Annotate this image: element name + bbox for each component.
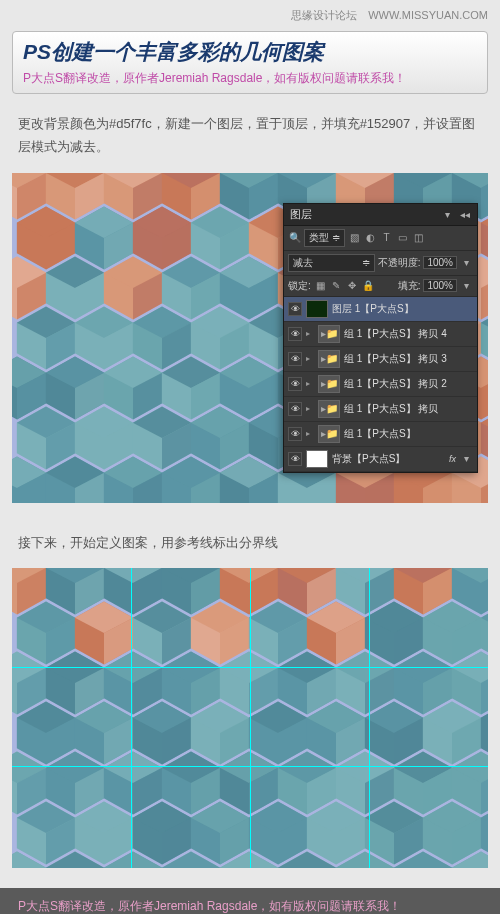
layer-thumbnail[interactable] [306, 300, 328, 318]
layer-row[interactable]: 👁▸▸📁组 1【P大点S】 拷贝 4 [284, 322, 477, 347]
page-title: PS创建一个丰富多彩的几何图案 [23, 38, 477, 66]
visibility-toggle[interactable]: 👁 [288, 352, 302, 366]
layer-row[interactable]: 👁图层 1【P大点S】 [284, 297, 477, 322]
visibility-toggle[interactable]: 👁 [288, 377, 302, 391]
layer-name[interactable]: 组 1【P大点S】 [344, 427, 416, 441]
expand-icon[interactable]: ▸ [306, 354, 314, 363]
expand-icon[interactable]: ▸ [306, 379, 314, 388]
layers-panel[interactable]: 图层 ▾ ◂◂ 🔍 类型 ≑ ▧ ◐ T ▭ ◫ 减去≑ 不透明度: 100% … [283, 203, 478, 473]
blend-mode-select[interactable]: 减去≑ [288, 254, 375, 272]
visibility-toggle[interactable]: 👁 [288, 302, 302, 316]
filter-adjust-icon[interactable]: ◐ [364, 231, 377, 244]
layer-thumbnail[interactable]: ▸📁 [318, 375, 340, 393]
visibility-toggle[interactable]: 👁 [288, 452, 302, 466]
opacity-caret-icon[interactable]: ▾ [460, 256, 473, 269]
layer-thumbnail[interactable]: ▸📁 [318, 350, 340, 368]
layer-row[interactable]: 👁背景【P大点S】fx▾ [284, 447, 477, 472]
layer-row[interactable]: 👁▸▸📁组 1【P大点S】 拷贝 [284, 397, 477, 422]
filter-row: 🔍 类型 ≑ ▧ ◐ T ▭ ◫ [284, 226, 477, 251]
title-block: PS创建一个丰富多彩的几何图案 P大点S翻译改造，原作者Jeremiah Rag… [12, 31, 488, 94]
visibility-toggle[interactable]: 👁 [288, 402, 302, 416]
page-subtitle: P大点S翻译改造，原作者Jeremiah Ragsdale，如有版权问题请联系我… [23, 70, 477, 87]
site-header: 思缘设计论坛 WWW.MISSYUAN.COM [0, 0, 500, 27]
layer-list: 👁图层 1【P大点S】👁▸▸📁组 1【P大点S】 拷贝 4👁▸▸📁组 1【P大点… [284, 297, 477, 472]
filter-pixel-icon[interactable]: ▧ [348, 231, 361, 244]
filter-type-select[interactable]: 类型 ≑ [304, 229, 345, 247]
body-text-1: 更改背景颜色为#d5f7fc，新建一个图层，置于顶层，并填充#152907，并设… [0, 98, 500, 173]
layer-row[interactable]: 👁▸▸📁组 1【P大点S】 拷贝 2 [284, 372, 477, 397]
layer-thumbnail[interactable]: ▸📁 [318, 325, 340, 343]
blend-row: 减去≑ 不透明度: 100% ▾ [284, 251, 477, 276]
opacity-value[interactable]: 100% [423, 256, 457, 269]
layer-name[interactable]: 组 1【P大点S】 拷贝 3 [344, 352, 447, 366]
search-icon[interactable]: 🔍 [288, 231, 301, 244]
opacity-label: 不透明度: [378, 256, 421, 270]
expand-icon[interactable]: ▸ [306, 429, 314, 438]
visibility-toggle[interactable]: 👁 [288, 427, 302, 441]
fill-caret-icon[interactable]: ▾ [460, 279, 473, 292]
lock-brush-icon[interactable]: ✎ [330, 279, 343, 292]
lock-all-icon[interactable]: 🔒 [362, 279, 375, 292]
layer-row[interactable]: 👁▸▸📁组 1【P大点S】 拷贝 3 [284, 347, 477, 372]
expand-icon[interactable]: ▸ [306, 329, 314, 338]
fx-caret-icon[interactable]: ▾ [460, 452, 473, 465]
svg-marker-400 [162, 852, 220, 869]
panel-menu-icon[interactable]: ▾ [441, 208, 454, 221]
lock-position-icon[interactable]: ✥ [346, 279, 359, 292]
lock-row: 锁定: ▦ ✎ ✥ 🔒 填充: 100% ▾ [284, 276, 477, 297]
lock-label: 锁定: [288, 279, 311, 293]
fill-label: 填充: [398, 279, 421, 293]
figure-1: 图层 ▾ ◂◂ 🔍 类型 ≑ ▧ ◐ T ▭ ◫ 减去≑ 不透明度: 100% … [12, 173, 488, 503]
hex-pattern-2 [12, 568, 488, 868]
svg-marker-415 [452, 852, 488, 869]
layer-name[interactable]: 组 1【P大点S】 拷贝 4 [344, 327, 447, 341]
layer-name[interactable]: 组 1【P大点S】 拷贝 2 [344, 377, 447, 391]
fx-badge[interactable]: fx [449, 454, 456, 464]
fill-value[interactable]: 100% [423, 279, 457, 292]
site-name: 思缘设计论坛 [291, 9, 357, 21]
layer-name[interactable]: 图层 1【P大点S】 [332, 302, 414, 316]
footer: P大点S翻译改造，原作者Jeremiah Ragsdale，如有版权问题请联系我… [0, 888, 500, 914]
layer-thumbnail[interactable]: ▸📁 [318, 400, 340, 418]
body-text-2: 接下来，开始定义图案，用参考线标出分界线 [0, 517, 500, 568]
visibility-toggle[interactable]: 👁 [288, 327, 302, 341]
panel-tab-layers[interactable]: 图层 [290, 207, 312, 222]
panel-controls: ▾ ◂◂ [441, 208, 471, 221]
panel-collapse-icon[interactable]: ◂◂ [458, 208, 471, 221]
svg-marker-406 [278, 852, 336, 869]
expand-icon[interactable]: ▸ [306, 404, 314, 413]
svg-marker-397 [104, 852, 162, 869]
filter-smart-icon[interactable]: ◫ [412, 231, 425, 244]
layer-thumbnail[interactable] [306, 450, 328, 468]
footer-text: P大点S翻译改造，原作者Jeremiah Ragsdale，如有版权问题请联系我… [18, 899, 401, 913]
layer-thumbnail[interactable]: ▸📁 [318, 425, 340, 443]
panel-header[interactable]: 图层 ▾ ◂◂ [284, 204, 477, 226]
site-url: WWW.MISSYUAN.COM [368, 9, 488, 21]
svg-marker-394 [46, 852, 104, 869]
layer-row[interactable]: 👁▸▸📁组 1【P大点S】 [284, 422, 477, 447]
lock-transparent-icon[interactable]: ▦ [314, 279, 327, 292]
svg-marker-403 [220, 852, 278, 869]
layer-name[interactable]: 背景【P大点S】 [332, 452, 405, 466]
filter-text-icon[interactable]: T [380, 231, 393, 244]
filter-shape-icon[interactable]: ▭ [396, 231, 409, 244]
svg-marker-409 [336, 852, 394, 869]
svg-marker-412 [394, 852, 452, 869]
layer-name[interactable]: 组 1【P大点S】 拷贝 [344, 402, 438, 416]
figure-2 [12, 568, 488, 868]
